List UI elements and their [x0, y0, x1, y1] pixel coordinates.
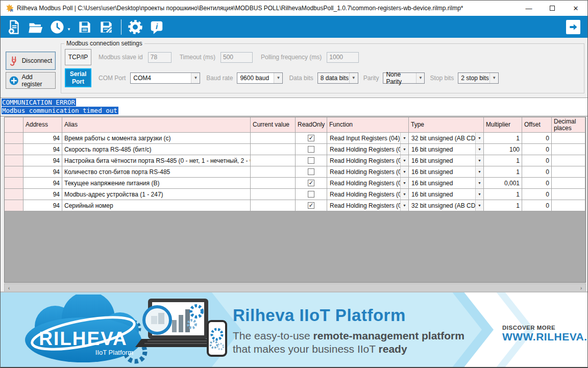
- minimize-button[interactable]: —: [517, 1, 541, 16]
- row-marker[interactable]: [5, 144, 23, 155]
- rilheva-url-link[interactable]: WWW.RILHEVA.COM: [502, 331, 587, 343]
- history-dropdown-arrow[interactable]: ▼: [67, 27, 71, 32]
- row-marker[interactable]: [5, 166, 23, 178]
- parity-select[interactable]: None Parity ▼: [383, 72, 425, 84]
- multiplier-cell[interactable]: 1: [484, 155, 522, 166]
- decimal-places-cell[interactable]: [552, 189, 585, 200]
- history-icon[interactable]: [48, 18, 66, 36]
- open-file-icon[interactable]: [27, 18, 44, 36]
- row-marker[interactable]: [5, 178, 23, 189]
- address-cell[interactable]: 94: [23, 178, 62, 189]
- multiplier-cell[interactable]: 1: [484, 189, 522, 200]
- readonly-cell[interactable]: [296, 189, 327, 200]
- column-header-address[interactable]: Address: [23, 117, 62, 133]
- readonly-cell[interactable]: [296, 155, 327, 166]
- address-cell[interactable]: 94: [23, 144, 62, 155]
- decimal-places-cell[interactable]: [552, 155, 585, 166]
- readonly-cell[interactable]: [296, 166, 327, 178]
- type-select[interactable]: 32 bit unsigned (AB CD)▼: [409, 200, 484, 211]
- offset-cell[interactable]: 0: [522, 155, 552, 166]
- alias-cell[interactable]: Время работы с момента загрузки (с): [62, 133, 251, 144]
- info-icon[interactable]: i: [148, 18, 165, 36]
- alias-cell[interactable]: Настройка бита чётности порта RS-485 (0 …: [62, 155, 251, 166]
- com-port-select[interactable]: COM4 ▼: [130, 72, 200, 84]
- multiplier-cell[interactable]: 1: [484, 133, 522, 144]
- readonly-checkbox[interactable]: [308, 146, 314, 153]
- row-marker[interactable]: [5, 155, 23, 166]
- save-icon[interactable]: [76, 18, 93, 36]
- current-value-cell[interactable]: [251, 155, 296, 166]
- column-header-current-value[interactable]: Current value: [251, 117, 296, 133]
- address-cell[interactable]: 94: [23, 155, 62, 166]
- readonly-checkbox[interactable]: [308, 135, 314, 141]
- save-as-icon[interactable]: [97, 18, 115, 36]
- slave-id-input[interactable]: [148, 52, 172, 63]
- offset-cell[interactable]: 0: [522, 166, 552, 178]
- row-marker[interactable]: [5, 133, 23, 144]
- readonly-checkbox[interactable]: [308, 180, 314, 186]
- column-header-type[interactable]: Type: [409, 117, 484, 133]
- offset-cell[interactable]: 0: [522, 200, 552, 211]
- current-value-cell[interactable]: [251, 200, 296, 211]
- disconnect-button[interactable]: ✕ Disconnect: [6, 52, 56, 70]
- readonly-checkbox[interactable]: [308, 157, 314, 164]
- type-select[interactable]: 16 bit unsigned▼: [409, 155, 484, 166]
- settings-gear-icon[interactable]: [127, 18, 144, 36]
- horizontal-scrollbar[interactable]: ‹ ›: [4, 283, 586, 292]
- scroll-left-arrow[interactable]: ‹: [5, 284, 13, 291]
- close-button[interactable]: ✕: [564, 1, 587, 16]
- decimal-places-cell[interactable]: [552, 178, 585, 189]
- offset-cell[interactable]: 0: [522, 144, 552, 155]
- readonly-checkbox[interactable]: [308, 191, 314, 198]
- maximize-button[interactable]: [541, 1, 564, 16]
- timeout-input[interactable]: [220, 52, 253, 63]
- function-select[interactable]: Read Holding Registers (03)▼: [327, 178, 409, 189]
- multiplier-cell[interactable]: 0,001: [484, 178, 522, 189]
- decimal-places-cell[interactable]: [552, 200, 585, 211]
- tcpip-button[interactable]: TCP/IP: [65, 49, 91, 65]
- export-icon[interactable]: [566, 20, 580, 34]
- address-cell[interactable]: 94: [23, 166, 62, 178]
- readonly-cell[interactable]: [296, 200, 327, 211]
- readonly-checkbox[interactable]: [308, 168, 314, 175]
- type-select[interactable]: 16 bit unsigned▼: [409, 166, 484, 178]
- alias-cell[interactable]: Текущее напряжение питания (В): [62, 178, 251, 189]
- address-cell[interactable]: 94: [23, 189, 62, 200]
- decimal-places-cell[interactable]: [552, 144, 585, 155]
- offset-cell[interactable]: 0: [522, 178, 552, 189]
- column-header-decimal-places[interactable]: Decimal places: [552, 117, 585, 133]
- scroll-right-arrow[interactable]: ›: [577, 284, 585, 291]
- column-header-offset[interactable]: Offset: [522, 117, 552, 133]
- multiplier-cell[interactable]: 1: [484, 200, 522, 211]
- function-select[interactable]: Read Holding Registers (03)▼: [327, 166, 409, 178]
- row-marker[interactable]: [5, 200, 23, 211]
- alias-cell[interactable]: Серийный номер: [62, 200, 251, 211]
- address-cell[interactable]: 94: [23, 200, 62, 211]
- readonly-cell[interactable]: [296, 144, 327, 155]
- alias-cell[interactable]: Modbus-адрес устройства (1 - 247): [62, 189, 251, 200]
- function-select[interactable]: Read Holding Registers (03)▼: [327, 155, 409, 166]
- polling-input[interactable]: [327, 52, 359, 63]
- readonly-checkbox[interactable]: [308, 202, 314, 209]
- function-select[interactable]: Read Input Registers (04)▼: [327, 133, 409, 144]
- row-marker[interactable]: [5, 189, 23, 200]
- multiplier-cell[interactable]: 1: [484, 166, 522, 178]
- new-register-file-icon[interactable]: [6, 18, 23, 36]
- current-value-cell[interactable]: [251, 189, 296, 200]
- current-value-cell[interactable]: [251, 144, 296, 155]
- column-header-multiplier[interactable]: Multiplier: [484, 117, 522, 133]
- data-bits-select[interactable]: 8 data bits ▼: [317, 72, 358, 84]
- offset-cell[interactable]: 0: [522, 189, 552, 200]
- readonly-cell[interactable]: [296, 133, 327, 144]
- baud-rate-select[interactable]: 9600 baud ▼: [237, 72, 283, 84]
- decimal-places-cell[interactable]: [552, 133, 585, 144]
- current-value-cell[interactable]: [251, 133, 296, 144]
- type-select[interactable]: 16 bit unsigned▼: [409, 144, 484, 155]
- serial-port-button[interactable]: Serial Port: [65, 68, 91, 87]
- type-select[interactable]: 16 bit unsigned▼: [409, 178, 484, 189]
- type-select[interactable]: 32 bit unsigned (AB CD)▼: [409, 133, 484, 144]
- function-select[interactable]: Read Holding Registers (03)▼: [327, 189, 409, 200]
- offset-cell[interactable]: 0: [522, 133, 552, 144]
- current-value-cell[interactable]: [251, 178, 296, 189]
- alias-cell[interactable]: Скорость порта RS-485 (бит/с): [62, 144, 251, 155]
